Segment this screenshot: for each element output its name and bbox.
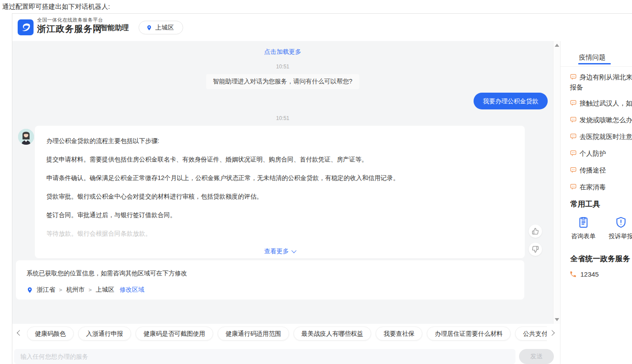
quick-chip[interactable]: 我要查社保 [376, 326, 422, 341]
question-item[interactable]: 发烧或咳嗽怎么办 [570, 115, 632, 125]
bot-paragraph-faded: 等待放款。银行会根据合同条款放款。 [46, 229, 513, 238]
scroll-up-arrow-icon[interactable] [555, 44, 559, 47]
quick-chip[interactable]: 健康码颜色 [27, 326, 74, 341]
hotline-number: 12345 [580, 270, 599, 278]
tool-complaint-report[interactable]: 投诉举报 [608, 216, 632, 240]
region-city: 杭州市 [66, 286, 85, 294]
region-separator: ＞ [58, 286, 64, 294]
hotline-heading: 全省统一政务服务 [570, 254, 632, 264]
chat-bubble-icon [570, 183, 577, 192]
location-pin-icon [26, 286, 33, 294]
timestamp: 10:51 [12, 115, 553, 121]
quick-chip[interactable]: 入浙通行申报 [78, 326, 131, 341]
bot-paragraph: 申请条件确认。确保满足公积金正常缴存12个月以上，公积金账户状态正常，无未结清的… [46, 173, 513, 182]
question-list: 身边有刚从湖北来 报备 接触过武汉人，如 发烧或咳嗽怎么办 去医院就医时注意 个… [561, 72, 632, 192]
quick-chip[interactable]: 公共支付平台 [515, 326, 547, 341]
platform-logo-text: 全国一体化在线政务服务平台 浙江政务服务网 [37, 18, 103, 33]
page-caption: 通过配置即可搭建出如下对话机器人: [2, 3, 110, 11]
region-province: 浙江省 [37, 286, 55, 294]
active-tab-underline [578, 63, 611, 64]
thumbs-up-button[interactable] [529, 225, 542, 238]
question-item[interactable]: 个人防护 [570, 149, 632, 159]
chat-scrollbar[interactable] [553, 41, 560, 324]
thumbs-down-icon [532, 246, 539, 253]
system-message-text: 系统已获取您的位置信息，如需咨询其他区域可在下方修改 [26, 270, 514, 278]
bottom-bar: 健康码颜色 入浙通行申报 健康码是否可截图使用 健康通行码适用范围 最美战疫人有… [12, 324, 560, 364]
question-item[interactable]: 传播途径 [570, 165, 632, 176]
phone-icon [569, 270, 577, 278]
quick-chip[interactable]: 最美战疫人有哪些权益 [293, 326, 371, 341]
bot-avatar [18, 129, 34, 145]
input-row: 发送 [14, 349, 555, 364]
tools-row: 咨询表单 投诉举报 [570, 216, 632, 240]
chat-bubble-icon [570, 116, 577, 125]
bot-intro-message: 智能助理进入对话为您服务，请问有什么可以帮您? [206, 74, 360, 89]
chat-bubble-icon [570, 150, 577, 159]
message-input[interactable] [14, 349, 515, 364]
chat-bubble-icon [570, 73, 577, 83]
header-divider [95, 21, 96, 34]
thumbs-up-icon [532, 228, 539, 235]
quick-chip[interactable]: 办理居住证需要什么材料 [427, 326, 511, 341]
question-item[interactable]: 去医院就医时注意 [570, 132, 632, 142]
location-selector[interactable]: 上城区 [139, 21, 183, 34]
question-item[interactable]: 在家消毒 [570, 182, 632, 192]
platform-subtitle: 全国一体化在线政务服务平台 [37, 18, 103, 23]
timestamp: 10:51 [12, 64, 553, 70]
chatbot-window: 全国一体化在线政务服务平台 浙江政务服务网 智能助理 上城区 点击加载更多 10… [12, 13, 632, 364]
question-item[interactable]: 接触过武汉人，如 [570, 98, 632, 109]
chips-scroll-right-icon[interactable] [549, 330, 555, 336]
tool-label: 咨询表单 [571, 233, 596, 240]
quick-chip[interactable]: 健康通行码适用范围 [218, 326, 289, 341]
system-location-card: 系统已获取您的位置信息，如需咨询其他区域可在下方修改 浙江省 ＞ 杭州市 ＞ 上… [16, 260, 524, 300]
location-pin-icon [146, 24, 152, 31]
region-path: 浙江省 ＞ 杭州市 ＞ 上城区 修改区域 [26, 286, 514, 294]
send-button[interactable]: 发送 [519, 349, 554, 364]
sidebar: 疫情问题 身边有刚从湖北来 报备 接触过武汉人，如 发烧或咳嗽怎么办 去医院就医… [560, 41, 632, 364]
zhejiang-gov-logo-icon [18, 19, 34, 35]
tool-consult-form[interactable]: 咨询表单 [570, 216, 597, 240]
quick-chips-row: 健康码颜色 入浙通行申报 健康码是否可截图使用 健康通行码适用范围 最美战疫人有… [27, 326, 547, 341]
sidebar-tabbar: 疫情问题 [561, 41, 632, 67]
chat-bubble-icon [570, 133, 577, 142]
view-more-link[interactable]: 查看更多 [46, 248, 513, 255]
form-icon [577, 216, 590, 229]
tools-heading: 常用工具 [570, 199, 632, 209]
chat-bubble-icon [570, 166, 577, 176]
hotline-row[interactable]: 12345 [569, 270, 632, 278]
region-separator: ＞ [87, 286, 93, 294]
load-more-link[interactable]: 点击加载更多 [12, 48, 553, 56]
tool-label: 投诉举报 [609, 233, 632, 240]
edit-region-link[interactable]: 修改区域 [120, 286, 144, 294]
chips-scroll-left-icon[interactable] [17, 330, 23, 336]
platform-name: 浙江政务服务网 [37, 24, 103, 33]
bot-paragraph: 贷款审批。银行或公积金中心会对提交的材料进行审核，包括贷款额度的评估。 [46, 192, 513, 201]
region-district: 上城区 [96, 286, 114, 294]
thumbs-down-button[interactable] [529, 243, 542, 256]
bot-answer-card: 办理公积金贷款的流程主要包括以下步骤: 提交申请材料。需要提供包括住房公积金联名… [35, 126, 525, 258]
bot-paragraph: 签订合同。审批通过后，与银行签订借款合同。 [46, 210, 513, 219]
chat-bubble-icon [570, 99, 577, 109]
user-message: 我要办理公积金贷款 [474, 93, 548, 109]
shield-exclamation-icon [615, 216, 627, 229]
bot-paragraph: 办理公积金贷款的流程主要包括以下步骤: [46, 136, 513, 145]
scroll-down-arrow-icon[interactable] [555, 318, 559, 321]
app-header: 全国一体化在线政务服务平台 浙江政务服务网 智能助理 上城区 [12, 14, 632, 41]
chat-area: 点击加载更多 10:51 智能助理进入对话为您服务，请问有什么可以帮您? 我要办… [12, 41, 553, 324]
quick-chip[interactable]: 健康码是否可截图使用 [135, 326, 213, 341]
tab-epidemic-questions[interactable]: 疫情问题 [579, 53, 606, 62]
app-title: 智能助理 [101, 23, 129, 33]
bot-paragraph: 提交申请材料。需要提供包括住房公积金联名卡、有效身份证件、婚姻状况证明、购房合同… [46, 155, 513, 164]
chevron-down-icon [291, 248, 296, 253]
current-location: 上城区 [155, 24, 174, 32]
question-item[interactable]: 身边有刚从湖北来 报备 [570, 72, 632, 92]
